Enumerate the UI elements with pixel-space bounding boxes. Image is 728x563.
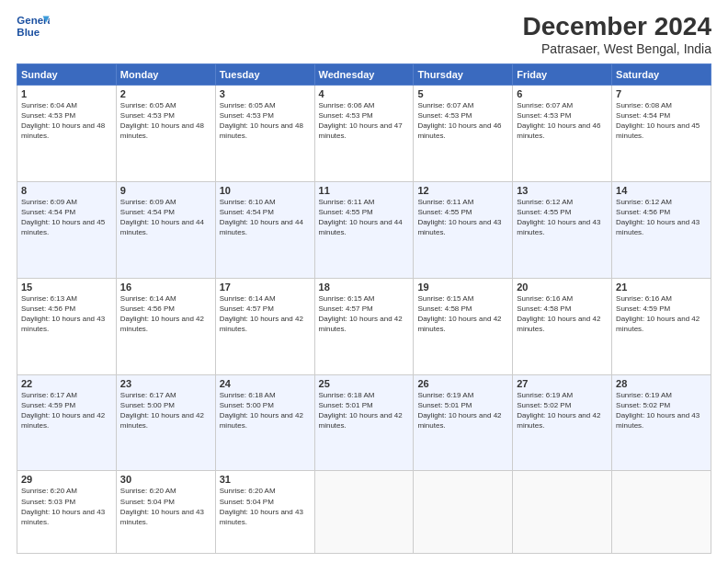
day-number: 9 bbox=[120, 185, 211, 196]
day-info: Sunrise: 6:09 AMSunset: 4:54 PMDaylight:… bbox=[21, 198, 105, 237]
weekday-header: Tuesday bbox=[215, 63, 314, 85]
day-number: 27 bbox=[517, 378, 608, 389]
day-number: 15 bbox=[21, 282, 112, 293]
calendar-cell: 17 Sunrise: 6:14 AMSunset: 4:57 PMDaylig… bbox=[215, 278, 314, 374]
calendar-cell: 19 Sunrise: 6:15 AMSunset: 4:58 PMDaylig… bbox=[414, 278, 513, 374]
calendar-cell: 30 Sunrise: 6:20 AMSunset: 5:04 PMDaylig… bbox=[116, 471, 215, 554]
calendar-cell: 18 Sunrise: 6:15 AMSunset: 4:57 PMDaylig… bbox=[314, 278, 414, 374]
calendar-cell: 16 Sunrise: 6:14 AMSunset: 4:56 PMDaylig… bbox=[116, 278, 215, 374]
day-info: Sunrise: 6:19 AMSunset: 5:02 PMDaylight:… bbox=[616, 391, 700, 431]
calendar-cell: 11 Sunrise: 6:11 AMSunset: 4:55 PMDaylig… bbox=[314, 181, 414, 278]
weekday-header: Monday bbox=[116, 63, 215, 85]
day-info: Sunrise: 6:19 AMSunset: 5:02 PMDaylight:… bbox=[517, 391, 600, 431]
day-info: Sunrise: 6:16 AMSunset: 4:59 PMDaylight:… bbox=[616, 294, 700, 334]
day-number: 1 bbox=[21, 88, 112, 99]
calendar-cell: 24 Sunrise: 6:18 AMSunset: 5:00 PMDaylig… bbox=[215, 374, 314, 471]
calendar-cell: 13 Sunrise: 6:12 AMSunset: 4:55 PMDaylig… bbox=[513, 181, 612, 278]
calendar-cell: 12 Sunrise: 6:11 AMSunset: 4:55 PMDaylig… bbox=[414, 181, 513, 278]
day-info: Sunrise: 6:17 AMSunset: 4:59 PMDaylight:… bbox=[21, 391, 105, 431]
calendar-cell: 21 Sunrise: 6:16 AMSunset: 4:59 PMDaylig… bbox=[612, 278, 711, 374]
day-info: Sunrise: 6:20 AMSunset: 5:04 PMDaylight:… bbox=[120, 487, 204, 526]
day-info: Sunrise: 6:08 AMSunset: 4:54 PMDaylight:… bbox=[616, 101, 700, 141]
calendar-cell: 22 Sunrise: 6:17 AMSunset: 4:59 PMDaylig… bbox=[17, 374, 117, 471]
day-number: 8 bbox=[21, 185, 112, 196]
day-number: 10 bbox=[220, 185, 311, 196]
page: General Blue December 2024 Patrasaer, We… bbox=[0, 0, 728, 563]
weekday-header: Saturday bbox=[612, 63, 711, 85]
day-number: 18 bbox=[319, 282, 410, 293]
day-number: 5 bbox=[417, 88, 508, 99]
day-info: Sunrise: 6:07 AMSunset: 4:53 PMDaylight:… bbox=[517, 101, 600, 141]
day-info: Sunrise: 6:04 AMSunset: 4:53 PMDaylight:… bbox=[21, 101, 105, 141]
logo-icon: General Blue bbox=[17, 13, 50, 40]
day-info: Sunrise: 6:15 AMSunset: 4:58 PMDaylight:… bbox=[417, 294, 501, 334]
calendar-cell: 23 Sunrise: 6:17 AMSunset: 5:00 PMDaylig… bbox=[116, 374, 215, 471]
calendar-cell: 27 Sunrise: 6:19 AMSunset: 5:02 PMDaylig… bbox=[513, 374, 612, 471]
day-info: Sunrise: 6:05 AMSunset: 4:53 PMDaylight:… bbox=[120, 101, 204, 141]
weekday-header-row: SundayMondayTuesdayWednesdayThursdayFrid… bbox=[17, 63, 711, 85]
day-info: Sunrise: 6:16 AMSunset: 4:58 PMDaylight:… bbox=[517, 294, 600, 334]
day-info: Sunrise: 6:10 AMSunset: 4:54 PMDaylight:… bbox=[220, 198, 303, 237]
day-number: 11 bbox=[319, 185, 410, 196]
day-info: Sunrise: 6:14 AMSunset: 4:57 PMDaylight:… bbox=[220, 294, 303, 334]
calendar-cell bbox=[314, 471, 414, 554]
header: General Blue December 2024 Patrasaer, We… bbox=[17, 13, 711, 56]
calendar-cell: 6 Sunrise: 6:07 AMSunset: 4:53 PMDayligh… bbox=[513, 85, 612, 181]
day-number: 22 bbox=[21, 378, 112, 389]
day-number: 20 bbox=[517, 282, 608, 293]
day-info: Sunrise: 6:11 AMSunset: 4:55 PMDaylight:… bbox=[319, 198, 403, 237]
day-number: 30 bbox=[120, 474, 211, 485]
calendar-cell: 15 Sunrise: 6:13 AMSunset: 4:56 PMDaylig… bbox=[17, 278, 117, 374]
day-number: 14 bbox=[616, 185, 707, 196]
weekday-header: Sunday bbox=[17, 63, 117, 85]
day-number: 7 bbox=[616, 88, 707, 99]
day-info: Sunrise: 6:20 AMSunset: 5:03 PMDaylight:… bbox=[21, 487, 105, 526]
day-number: 2 bbox=[120, 88, 211, 99]
day-number: 19 bbox=[417, 282, 508, 293]
day-info: Sunrise: 6:17 AMSunset: 5:00 PMDaylight:… bbox=[120, 391, 204, 431]
calendar-cell: 10 Sunrise: 6:10 AMSunset: 4:54 PMDaylig… bbox=[215, 181, 314, 278]
calendar-cell: 25 Sunrise: 6:18 AMSunset: 5:01 PMDaylig… bbox=[314, 374, 414, 471]
main-title: December 2024 bbox=[523, 13, 711, 41]
day-number: 21 bbox=[616, 282, 707, 293]
day-info: Sunrise: 6:12 AMSunset: 4:55 PMDaylight:… bbox=[517, 198, 600, 237]
day-number: 16 bbox=[120, 282, 211, 293]
calendar-cell: 4 Sunrise: 6:06 AMSunset: 4:53 PMDayligh… bbox=[314, 85, 414, 181]
calendar-cell: 7 Sunrise: 6:08 AMSunset: 4:54 PMDayligh… bbox=[612, 85, 711, 181]
day-number: 4 bbox=[319, 88, 410, 99]
calendar-cell: 2 Sunrise: 6:05 AMSunset: 4:53 PMDayligh… bbox=[116, 85, 215, 181]
calendar-cell: 9 Sunrise: 6:09 AMSunset: 4:54 PMDayligh… bbox=[116, 181, 215, 278]
day-number: 17 bbox=[220, 282, 311, 293]
svg-text:Blue: Blue bbox=[17, 27, 40, 38]
calendar-cell: 29 Sunrise: 6:20 AMSunset: 5:03 PMDaylig… bbox=[17, 471, 117, 554]
day-number: 24 bbox=[220, 378, 311, 389]
day-info: Sunrise: 6:05 AMSunset: 4:53 PMDaylight:… bbox=[220, 101, 303, 141]
subtitle: Patrasaer, West Bengal, India bbox=[523, 41, 711, 56]
day-number: 29 bbox=[21, 474, 112, 485]
day-info: Sunrise: 6:12 AMSunset: 4:56 PMDaylight:… bbox=[616, 198, 700, 237]
day-info: Sunrise: 6:06 AMSunset: 4:53 PMDaylight:… bbox=[319, 101, 403, 141]
day-info: Sunrise: 6:14 AMSunset: 4:56 PMDaylight:… bbox=[120, 294, 204, 334]
calendar-cell bbox=[612, 471, 711, 554]
weekday-header: Wednesday bbox=[314, 63, 414, 85]
day-info: Sunrise: 6:11 AMSunset: 4:55 PMDaylight:… bbox=[417, 198, 501, 237]
title-block: December 2024 Patrasaer, West Bengal, In… bbox=[523, 13, 711, 56]
day-info: Sunrise: 6:19 AMSunset: 5:01 PMDaylight:… bbox=[417, 391, 501, 431]
day-info: Sunrise: 6:18 AMSunset: 5:01 PMDaylight:… bbox=[319, 391, 403, 431]
logo: General Blue bbox=[17, 13, 50, 40]
calendar-cell: 20 Sunrise: 6:16 AMSunset: 4:58 PMDaylig… bbox=[513, 278, 612, 374]
weekday-header: Friday bbox=[513, 63, 612, 85]
day-number: 23 bbox=[120, 378, 211, 389]
day-number: 26 bbox=[417, 378, 508, 389]
day-info: Sunrise: 6:09 AMSunset: 4:54 PMDaylight:… bbox=[120, 198, 204, 237]
calendar-cell bbox=[513, 471, 612, 554]
weekday-header: Thursday bbox=[414, 63, 513, 85]
calendar-cell: 26 Sunrise: 6:19 AMSunset: 5:01 PMDaylig… bbox=[414, 374, 513, 471]
day-info: Sunrise: 6:07 AMSunset: 4:53 PMDaylight:… bbox=[417, 101, 501, 141]
day-number: 3 bbox=[220, 88, 311, 99]
day-info: Sunrise: 6:20 AMSunset: 5:04 PMDaylight:… bbox=[220, 487, 303, 526]
calendar-cell: 3 Sunrise: 6:05 AMSunset: 4:53 PMDayligh… bbox=[215, 85, 314, 181]
calendar-cell: 28 Sunrise: 6:19 AMSunset: 5:02 PMDaylig… bbox=[612, 374, 711, 471]
day-number: 13 bbox=[517, 185, 608, 196]
day-info: Sunrise: 6:18 AMSunset: 5:00 PMDaylight:… bbox=[220, 391, 303, 431]
